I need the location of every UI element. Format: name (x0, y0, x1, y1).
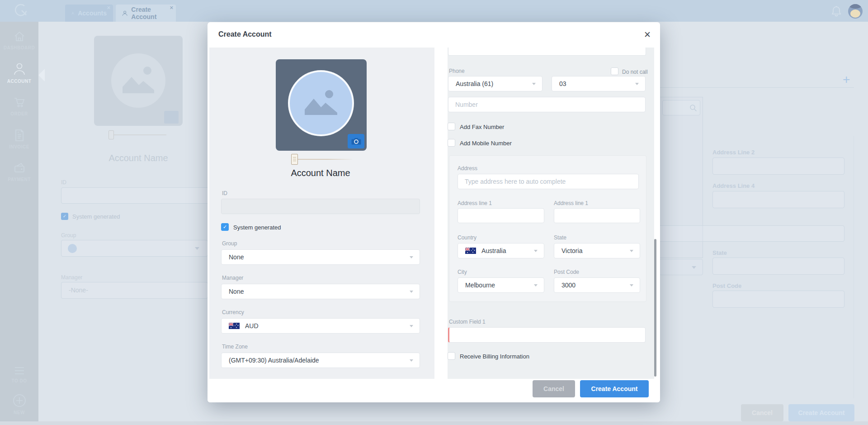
address-autocomplete-input[interactable]: Type address here to auto complete (458, 174, 639, 189)
bg-zoom-track (114, 134, 166, 135)
plus-circle-icon (13, 394, 26, 407)
address-label: Address (458, 165, 477, 172)
country-select[interactable]: Australia (458, 243, 544, 258)
chevron-down-icon (534, 284, 538, 287)
account-name-heading: Account Name (221, 168, 420, 178)
modal-left-panel: Account Name ID ✓ System generated Group… (209, 48, 434, 379)
sidebar: DASHBOARD ACCOUNT ORDER INVOICE PAYMENT … (0, 22, 38, 425)
currency-value: AUD (245, 322, 259, 329)
create-account-button[interactable]: Create Account (580, 380, 649, 397)
add-mobile-checkbox[interactable] (448, 139, 455, 147)
avatar-upload[interactable] (276, 59, 367, 151)
custom-field-1-input[interactable] (448, 327, 646, 343)
bg-zoom-slider (108, 130, 114, 139)
modal-title: Create Account (218, 30, 272, 38)
system-generated-checkbox[interactable]: ✓ (221, 223, 229, 231)
chevron-down-icon (635, 83, 639, 85)
receive-billing-checkbox[interactable] (448, 352, 455, 360)
zoom-slider-track[interactable] (298, 159, 352, 160)
image-placeholder-icon (111, 53, 165, 108)
add-fax-label: Add Fax Number (460, 124, 504, 130)
phone-country-value: Australia (61) (456, 80, 493, 87)
camera-icon[interactable] (348, 134, 364, 148)
bg-manager-select: -None- (61, 282, 208, 299)
do-not-call-checkbox[interactable] (611, 67, 618, 75)
bg-system-generated-checkbox: ✓ (61, 213, 68, 220)
manager-label: Manager (222, 275, 243, 281)
modal-scrollbar[interactable] (654, 239, 656, 377)
bg-address-line2-label: Address Line 2 (712, 149, 755, 156)
sidebar-item-todo: TO DO (0, 366, 38, 383)
chevron-down-icon (410, 291, 413, 293)
address-line1-input[interactable] (458, 208, 544, 223)
sidebar-item-dashboard: DASHBOARD (0, 31, 38, 50)
person-icon (13, 62, 26, 76)
bg-id-input (61, 187, 210, 204)
home-icon (14, 31, 25, 43)
create-account-modal: Create Account ✕ Account Name ID ✓ Syste… (208, 22, 660, 402)
currency-select[interactable]: AUD (221, 318, 420, 334)
account-name-input-cropped[interactable] (448, 48, 646, 56)
cancel-button[interactable]: Cancel (533, 380, 575, 397)
bg-group-select (61, 240, 208, 257)
system-generated-label: System generated (233, 224, 281, 231)
timezone-label: Time Zone (222, 344, 248, 350)
wallet-icon (13, 162, 26, 174)
phone-number-input[interactable]: Number (448, 97, 646, 112)
close-icon[interactable]: ✕ (644, 29, 651, 40)
chevron-down-icon (410, 325, 413, 327)
bg-select (659, 259, 703, 275)
bg-card-border (854, 136, 854, 398)
address-line1b-input[interactable] (554, 208, 640, 223)
australia-flag-icon (465, 248, 476, 254)
chevron-down-icon (534, 250, 538, 252)
modal-right-panel: Phone Do not call Australia (61) 03 Numb… (448, 48, 654, 379)
sidebar-item-payment: PAYMENT (0, 162, 38, 182)
search-icon (689, 104, 697, 112)
tab-create-account: Create Account ✕ (116, 5, 176, 22)
city-select[interactable]: Melbourne (458, 277, 544, 293)
manager-value: None (229, 288, 244, 295)
tab-accounts: Accounts ✕ (65, 5, 113, 22)
bg-state-input (712, 258, 844, 275)
sidebar-item-account: ACCOUNT (0, 62, 38, 84)
chevron-down-icon (410, 359, 413, 362)
bg-address-line4-label: Address Line 4 (712, 182, 755, 189)
phone-area-select[interactable]: 03 (552, 76, 646, 91)
post-code-select[interactable]: 3000 (554, 277, 640, 293)
bg-system-generated-label: System generated (72, 213, 120, 220)
zoom-slider-handle[interactable] (291, 154, 298, 165)
id-input[interactable] (221, 199, 420, 214)
chevron-down-icon (692, 266, 696, 269)
image-placeholder-icon (298, 81, 344, 126)
add-mobile-label: Add Mobile Number (460, 140, 512, 147)
tab-close-icon: ✕ (170, 5, 174, 11)
group-select[interactable]: None (221, 249, 420, 265)
timezone-select[interactable]: (GMT+09:30) Australia/Adelaide (221, 353, 420, 368)
bg-manager-label: Manager (61, 274, 82, 281)
state-label: State (554, 234, 566, 241)
bg-account-name: Account Name (93, 153, 184, 163)
bg-address-line4-input (712, 191, 844, 208)
phone-country-select[interactable]: Australia (61) (448, 76, 542, 91)
chevron-down-icon (195, 247, 199, 250)
group-value: None (229, 253, 244, 261)
address-panel: Address Type address here to auto comple… (449, 155, 646, 302)
receive-billing-label: Receive Billing Information (460, 353, 529, 360)
city-label: City (458, 269, 467, 275)
group-label: Group (222, 240, 237, 247)
add-fax-checkbox[interactable] (448, 123, 455, 130)
manager-select[interactable]: None (221, 284, 420, 299)
state-select[interactable]: Victoria (554, 243, 640, 258)
tab-label: Accounts (78, 10, 107, 17)
bg-create-account-button: Create Account (788, 404, 854, 421)
bg-avatar-circle (111, 53, 165, 108)
do-not-call-label: Do not call (622, 69, 648, 75)
top-bar: Accounts ✕ Create Account ✕ (0, 0, 868, 22)
country-label: Country (458, 234, 476, 241)
city-value: Melbourne (465, 282, 495, 289)
todo-list-icon (14, 366, 25, 376)
avatar-placeholder (288, 70, 354, 136)
chevron-down-icon (630, 284, 633, 287)
bg-address-line2-input (712, 158, 844, 175)
